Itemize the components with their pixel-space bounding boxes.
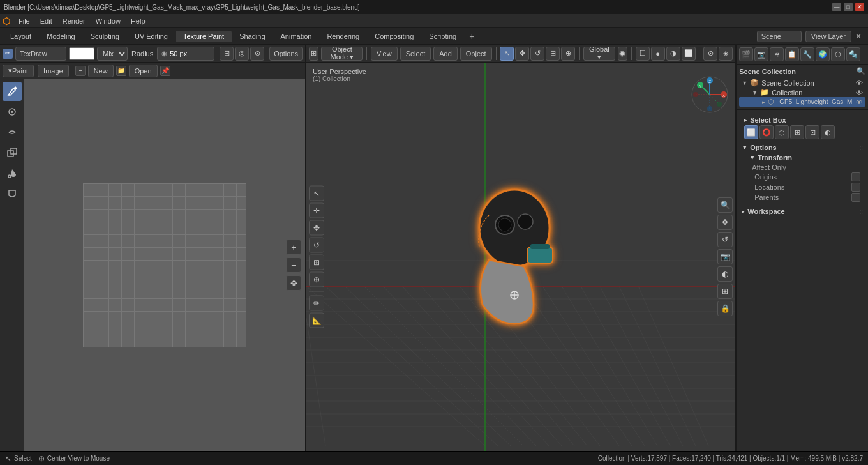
locations-checkbox[interactable] xyxy=(851,183,860,192)
proportional-icon[interactable]: ◎ xyxy=(235,47,249,61)
select-menu-button[interactable]: Select xyxy=(400,47,431,61)
render-props-icon[interactable]: 📷 xyxy=(754,47,768,61)
tree-item-scene-collection[interactable]: ▼ 📦 Scene Collection 👁 xyxy=(739,78,865,88)
tab-compositing[interactable]: Compositing xyxy=(367,31,421,42)
world-props-icon[interactable]: 🌍 xyxy=(816,47,830,61)
scene-input[interactable] xyxy=(757,31,802,42)
wireframe-icon[interactable]: ☐ xyxy=(636,47,650,61)
tab-uv-editing[interactable]: UV Editing xyxy=(127,31,176,42)
zoom-in-button[interactable]: + xyxy=(286,240,301,255)
select-loop-icon[interactable]: ◐ xyxy=(821,125,835,139)
image-menu-button[interactable]: Image xyxy=(38,65,69,77)
parents-checkbox[interactable] xyxy=(851,193,860,202)
workspace-header[interactable]: ▸ Workspace :: xyxy=(739,206,865,217)
material-icon[interactable]: ◑ xyxy=(666,47,680,61)
right-panel: ⊞ Object Mode ▾ View Select Add Object ↖… xyxy=(306,45,735,451)
view-menu-button[interactable]: View xyxy=(371,47,398,61)
move-icon[interactable]: ✥ xyxy=(515,47,529,61)
scene-settings-icon[interactable]: 🔧 xyxy=(800,47,814,61)
folder-icon[interactable]: 📁 xyxy=(116,66,126,76)
options-header[interactable]: ▼ Options :: xyxy=(739,142,865,153)
draw-tool-button[interactable] xyxy=(3,82,22,101)
falloff-icon[interactable]: ⊙ xyxy=(250,47,264,61)
clone-tool-button[interactable] xyxy=(3,143,22,162)
pivot-icon[interactable]: ◉ xyxy=(618,47,627,61)
fill-tool-button[interactable] xyxy=(3,164,22,183)
tree-item-object[interactable]: ▸ ⬡ GP5_Lightweight_Gas_M 👁 xyxy=(739,97,865,107)
tree-arrow-scene: ▼ xyxy=(742,80,747,86)
solid-icon[interactable]: ● xyxy=(651,47,665,61)
navigation-gizmo[interactable]: X Y Z xyxy=(691,75,729,114)
select-circle-icon[interactable]: ⭕ xyxy=(760,125,774,139)
rotate-icon[interactable]: ↺ xyxy=(530,47,544,61)
grab-tool-button[interactable]: ✥ xyxy=(286,275,301,291)
tab-rendering[interactable]: Rendering xyxy=(319,31,367,42)
modifier-props-icon[interactable]: 🔩 xyxy=(846,47,860,61)
texture-paint-editor: ✏ Mix Radius ◉ 50 px ⊞ ◎ ⊙ Options xyxy=(0,45,306,451)
render-icon[interactable]: ⬜ xyxy=(682,47,696,61)
snap-icon[interactable]: ⊞ xyxy=(220,47,234,61)
menu-help[interactable]: Help xyxy=(126,16,150,26)
select-mode-icon[interactable]: ↖ xyxy=(500,47,514,61)
scale-icon[interactable]: ⊞ xyxy=(546,47,560,61)
tab-layout[interactable]: Layout xyxy=(3,31,39,42)
smear-tool-button[interactable] xyxy=(3,123,22,142)
canvas-area[interactable]: + − ✥ xyxy=(24,79,305,451)
brush-name-input[interactable] xyxy=(15,47,66,61)
transform-header[interactable]: ▼ Transform xyxy=(739,153,865,163)
menu-edit[interactable]: Edit xyxy=(36,16,57,26)
eye-icon-scene[interactable]: 👁 xyxy=(856,79,863,87)
eye-icon-collection[interactable]: 👁 xyxy=(856,89,863,96)
tab-shading[interactable]: Shading xyxy=(232,31,273,42)
mask-tool-button[interactable] xyxy=(3,184,22,203)
select-lasso-icon[interactable]: ◌ xyxy=(775,125,789,139)
menu-window[interactable]: Window xyxy=(91,16,125,26)
tab-sculpting[interactable]: Sculpting xyxy=(83,31,127,42)
menu-render[interactable]: Render xyxy=(58,16,90,26)
pin-icon[interactable]: 📌 xyxy=(160,66,170,76)
filter-icon[interactable]: 🔍 xyxy=(857,67,865,75)
origins-checkbox[interactable] xyxy=(851,172,860,181)
close-button[interactable]: ✕ xyxy=(855,3,864,11)
soften-tool-button[interactable] xyxy=(3,102,22,121)
select-box-header[interactable]: ▸ Select Box xyxy=(742,115,863,125)
maximize-button[interactable]: □ xyxy=(844,3,853,11)
radius-field[interactable]: ◉ 50 px xyxy=(157,47,214,61)
new-image-button[interactable]: New xyxy=(88,65,114,77)
orientation-button[interactable]: Global ▾ xyxy=(583,47,615,61)
add-workspace-button[interactable]: + xyxy=(464,30,479,43)
scene-props-icon[interactable]: 🎬 xyxy=(739,47,753,61)
tab-scripting[interactable]: Scripting xyxy=(421,31,464,42)
blend-mode-dropdown[interactable]: Mix xyxy=(97,47,128,61)
object-menu-button[interactable]: Object xyxy=(460,47,492,61)
output-props-icon[interactable]: 🖨 xyxy=(770,47,784,61)
object-mode-button[interactable]: Object Mode ▾ xyxy=(321,47,363,61)
svg-text:Y: Y xyxy=(699,84,701,88)
object-props-icon[interactable]: ⬡ xyxy=(831,47,845,61)
color-swatch[interactable] xyxy=(69,47,94,60)
zoom-out-button[interactable]: − xyxy=(286,257,301,273)
minimize-button[interactable]: — xyxy=(832,3,841,11)
eye-icon-object[interactable]: 👁 xyxy=(856,98,863,106)
add-image-icon[interactable]: + xyxy=(75,66,86,76)
tab-texture-paint[interactable]: Texture Paint xyxy=(176,31,232,42)
tab-animation[interactable]: Animation xyxy=(273,31,320,42)
view-layer-settings[interactable]: ✕ xyxy=(855,32,862,41)
overlay-icon[interactable]: ⊙ xyxy=(703,47,717,61)
options-button[interactable]: Options xyxy=(269,47,303,61)
select-all-icon[interactable]: ⊞ xyxy=(790,125,804,139)
select-box-icon[interactable]: ⬜ xyxy=(744,125,758,139)
viewport-content[interactable]: User Perspective (1) Collection ↖ ✛ ✥ ↺ … xyxy=(306,63,735,451)
view-layer-button[interactable]: View Layer xyxy=(805,31,851,42)
select-checker-icon[interactable]: ⊡ xyxy=(805,125,819,139)
menu-file[interactable]: File xyxy=(14,16,34,26)
transform-icon[interactable]: ⊕ xyxy=(561,47,575,61)
tab-modeling[interactable]: Modeling xyxy=(39,31,83,42)
viewport-header-icon[interactable]: ⊞ xyxy=(309,47,318,61)
view-layer-props-icon[interactable]: 📋 xyxy=(785,47,799,61)
add-menu-button[interactable]: Add xyxy=(433,47,458,61)
paint-menu-button[interactable]: ▾ Paint xyxy=(3,65,34,77)
open-image-button[interactable]: Open xyxy=(129,65,158,77)
tree-item-collection[interactable]: ▼ 📁 Collection 👁 xyxy=(739,88,865,97)
xray-icon[interactable]: ◈ xyxy=(719,47,733,61)
